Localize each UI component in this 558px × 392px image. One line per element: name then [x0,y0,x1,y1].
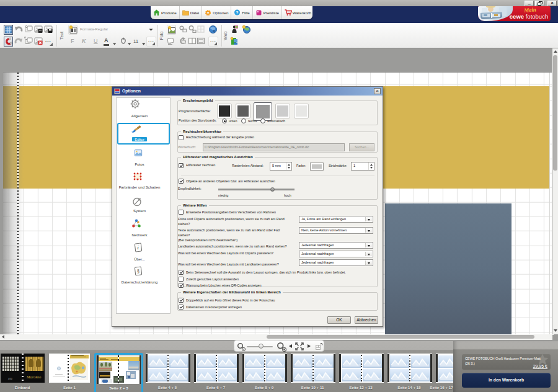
svg-text:§: § [137,269,140,274]
svg-text:?: ? [236,11,239,15]
